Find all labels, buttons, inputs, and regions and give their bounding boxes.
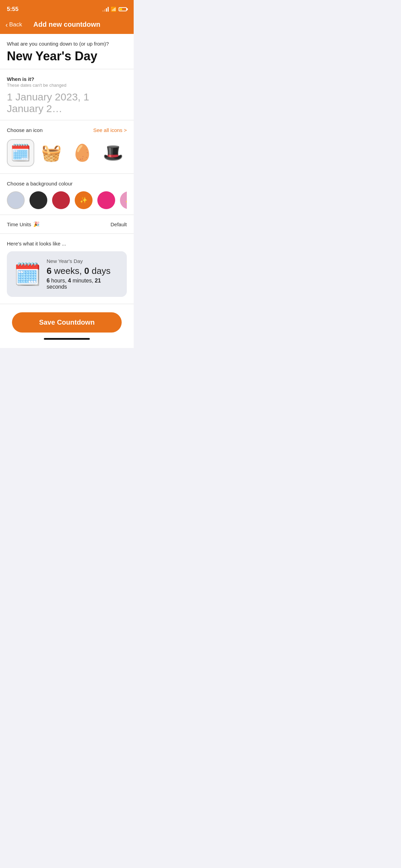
event-name-section: What are you counting down to (or up fro… [0,34,134,69]
back-label: Back [9,21,22,28]
preview-hours-number: 6 [47,278,50,284]
preview-countdown-weeks: 6 weeks, 0 days [47,265,120,277]
preview-countdown-time: 6 hours, 4 minutes, 21 seconds [47,278,120,290]
date-value[interactable]: 1 January 2023, 1 January 2… [7,91,127,114]
time-units-sparkle-icon: 🎉 [33,221,40,227]
preview-weeks-label: weeks, [54,266,84,276]
colour-section-title: Choose a background colour [7,181,127,186]
preview-hours-label: hours, [51,278,68,284]
time-units-text: Time Units [7,221,31,227]
preview-weeks-number: 6 [47,266,51,276]
icon-item-egg[interactable]: 🥚 [69,139,96,167]
icon-item-hat[interactable]: 🎩 [99,139,127,167]
preview-minutes-number: 4 [68,278,71,284]
icon-item-calendar[interactable]: 🗓️ [7,139,34,167]
page-title: Add new countdown [33,21,100,28]
colour-orange[interactable]: ✨ [75,191,93,209]
preview-card: 🗓️ New Year's Day 6 weeks, 0 days 6 hour… [7,251,127,297]
status-icons: 📶 [102,7,127,12]
time-units-value: Default [110,221,127,227]
icon-section: Choose an icon See all icons > 🗓️ 🧺 🥚 🎩 … [0,120,134,174]
nav-bar: ‹ Back Add new countdown [0,17,134,34]
icon-scroll-row: 🗓️ 🧺 🥚 🎩 🎃 🍗 [0,138,134,168]
see-all-icons-link[interactable]: See all icons > [93,127,127,133]
status-bar: 5:55 📶 [0,0,134,17]
icon-item-fruit-basket[interactable]: 🧺 [38,139,65,167]
signal-icon [102,7,109,12]
preview-minutes-label: minutes, [73,278,95,284]
time-units-section[interactable]: Time Units 🎉 Default [0,215,134,234]
chevron-left-icon: ‹ [5,21,8,28]
home-indicator [44,338,90,340]
preview-info: New Year's Day 6 weeks, 0 days 6 hours, … [47,258,120,290]
preview-icon: 🗓️ [14,263,41,285]
preview-days-label: days [92,266,111,276]
colour-dark[interactable] [29,191,47,209]
back-button[interactable]: ‹ Back [5,21,22,28]
date-sublabel: These dates can't be changed [7,83,127,88]
preview-seconds-number: 21 [95,278,101,284]
preview-event-name: New Year's Day [47,258,120,264]
save-area: Save Countdown [0,304,134,348]
battery-icon [119,7,127,11]
colour-pink-sparkle[interactable]: ✨ [120,191,127,209]
event-name-value[interactable]: New Year's Day [7,49,127,63]
date-section: When is it? These dates can't be changed… [0,69,134,120]
colour-hot-pink[interactable] [97,191,115,209]
time-units-label: Time Units 🎉 [7,221,40,227]
icon-section-title: Choose an icon [7,127,42,133]
preview-seconds-label: seconds [47,284,67,290]
preview-title: Here's what it looks like ... [7,241,127,246]
icon-item-pumpkin[interactable]: 🎃 [130,139,134,167]
icon-section-header: Choose an icon See all icons > [0,127,134,133]
date-label: When is it? [7,76,127,82]
save-countdown-button[interactable]: Save Countdown [12,312,122,333]
colour-light-blue[interactable] [7,191,25,209]
preview-days-number: 0 [84,266,89,276]
status-time: 5:55 [7,6,19,13]
colour-crimson[interactable] [52,191,70,209]
preview-section: Here's what it looks like ... 🗓️ New Yea… [0,234,134,304]
colour-row: ✨ ✨ ✨ [7,191,127,209]
colour-section: Choose a background colour ✨ ✨ ✨ [0,174,134,215]
event-name-prompt: What are you counting down to (or up fro… [7,41,127,47]
wifi-icon: 📶 [111,7,117,12]
content-area: What are you counting down to (or up fro… [0,34,134,348]
